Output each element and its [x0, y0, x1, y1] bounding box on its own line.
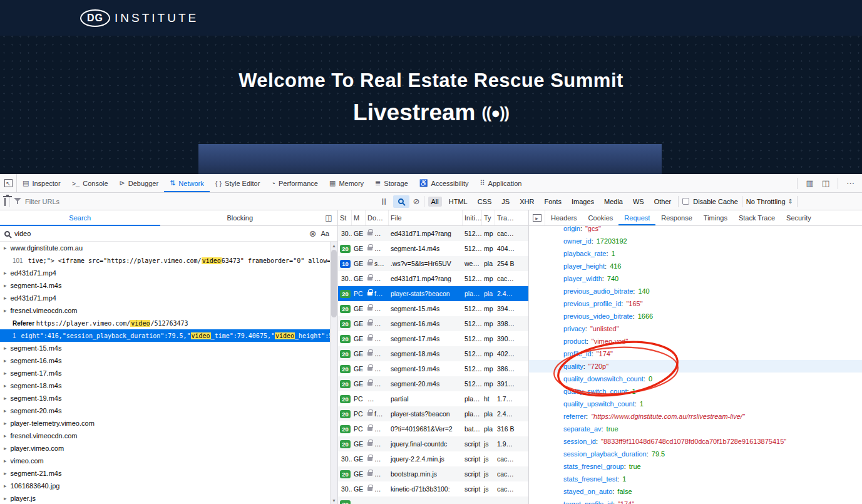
search-result-host[interactable]: ▸fresnel.vimeocdn.com	[0, 429, 330, 442]
tab-network[interactable]: ⇅Network	[164, 174, 210, 192]
tab-style-editor[interactable]: { }Style Editor	[210, 174, 266, 192]
search-result-host[interactable]: ▸segment-14.m4s	[0, 279, 330, 292]
filter-images[interactable]: Images	[568, 197, 597, 207]
tab-memory[interactable]: ▦Memory	[324, 174, 369, 192]
details-tab-request[interactable]: Request	[618, 210, 655, 225]
search-result-match[interactable]: Referer https://player.vimeo.com/video/5…	[0, 317, 330, 329]
param-row[interactable]: stats_fresnel_group:true	[529, 460, 862, 473]
search-result-host[interactable]: ▸segment-16.m4s	[0, 354, 330, 367]
request-row[interactable]: 20GE…segment-18.m4s512…mp402…	[338, 346, 528, 361]
search-result-host[interactable]: ▸player-telemetry.vimeo.com	[0, 417, 330, 429]
search-result-host[interactable]: ▸fresnel.vimeocdn.com	[0, 304, 330, 317]
param-row[interactable]: quality_switch_count:1	[529, 385, 862, 398]
left-tab-search[interactable]: Search	[0, 210, 160, 225]
request-row[interactable]: 10GEs….ws?v=5&ls=Hr65UVwe…pla254 B	[338, 256, 528, 271]
param-row[interactable]: origin:"gcs"	[529, 226, 862, 235]
details-tab-response[interactable]: Response	[655, 210, 698, 225]
column-header-ty[interactable]: Ty	[482, 210, 495, 225]
search-result-match[interactable]: 1eight":416,"session_playback_duration":…	[0, 329, 330, 342]
video-player-embed[interactable]	[198, 144, 662, 174]
details-tab-headers[interactable]: Headers	[545, 210, 583, 225]
column-header-m[interactable]: M	[352, 210, 366, 225]
dg-institute-logo[interactable]: DG INSTITUTE	[80, 9, 198, 27]
param-row[interactable]: previous_profile_id:"165"	[529, 297, 862, 310]
param-row[interactable]: separate_av:true	[529, 423, 862, 435]
tab-application[interactable]: ⠿Application	[475, 174, 528, 192]
request-row[interactable]: 30…GE…jquery-2.2.4.min.jsscriptjscac…	[338, 451, 528, 466]
filter-other[interactable]: Other	[651, 197, 675, 207]
details-tab-cookies[interactable]: Cookies	[583, 210, 619, 225]
param-row[interactable]: product:"vimeo-vod"	[529, 335, 862, 347]
param-row[interactable]: owner_id:17203192	[529, 235, 862, 247]
tab-accessibility[interactable]: ♿Accessibility	[414, 174, 475, 192]
match-case-button[interactable]: Aa	[321, 230, 333, 237]
search-result-host[interactable]: ▸segment-19.m4s	[0, 392, 330, 404]
request-row[interactable]: 20GE…segment-14.m4s512…mp404…	[338, 241, 528, 256]
scroll-up-icon[interactable]: ▲	[331, 242, 337, 249]
search-result-match[interactable]: 101tive;"> <iframe src="https://player.v…	[0, 254, 330, 267]
search-result-host[interactable]: ▸segment-15.m4s	[0, 342, 330, 354]
expand-details-button[interactable]: ▶	[529, 210, 545, 225]
details-tab-stack-trace[interactable]: Stack Trace	[733, 210, 781, 225]
request-row[interactable]: 20GE…segment-16.m4s512…mp398…	[338, 316, 528, 331]
request-row[interactable]: 20PC…partialpla…ht1.7…	[338, 391, 528, 406]
search-result-host[interactable]: ▸segment-20.m4s	[0, 404, 330, 417]
request-row[interactable]: 20PCf…player-stats?beaconpla…pla2.4…	[338, 406, 528, 421]
details-tab-security[interactable]: Security	[781, 210, 817, 225]
search-result-host[interactable]: ▸segment-18.m4s	[0, 379, 330, 392]
tab-performance[interactable]: ◔Performance	[265, 174, 324, 192]
search-result-host[interactable]: ▸ed431d71.mp4	[0, 292, 330, 304]
column-header-initi[interactable]: Initi…	[463, 210, 482, 225]
param-row[interactable]: session_playback_duration:79.5	[529, 448, 862, 460]
search-input[interactable]	[14, 230, 305, 237]
tab-debugger[interactable]: ⊳Debugger	[114, 174, 165, 192]
param-row[interactable]: stayed_on_auto:false	[529, 485, 862, 498]
request-row[interactable]: 30…GE…ed431d71.mp4?rang512…mpcac…	[338, 226, 528, 241]
request-row[interactable]: 20GE…jquery.final-countdcscriptjs1.9…	[338, 436, 528, 451]
param-row[interactable]: player_height:416	[529, 260, 862, 272]
request-row[interactable]: 20PC…0?ti=4019681&Ver=2bat…pla316 B	[338, 421, 528, 436]
param-row[interactable]: playback_rate:1	[529, 247, 862, 260]
param-row[interactable]: privacy:"unlisted"	[529, 322, 862, 335]
filter-xhr[interactable]: XHR	[516, 197, 537, 207]
dock-bottom-icon[interactable]: ▥	[806, 178, 813, 188]
request-row[interactable]: 20GE…bootstrap.min.jsscriptjscac…	[338, 466, 528, 481]
param-row[interactable]: quality:"720p"	[529, 360, 862, 373]
clear-requests-button[interactable]	[4, 198, 6, 205]
left-tab-blocking[interactable]: Blocking	[160, 210, 321, 225]
param-row[interactable]: previous_video_bitrate:1666	[529, 310, 862, 322]
tab-console[interactable]: >_Console	[66, 174, 114, 192]
disable-cache-label[interactable]: Disable Cache	[693, 198, 738, 205]
filter-all[interactable]: All	[428, 197, 442, 207]
param-row[interactable]: player_width:740	[529, 272, 862, 285]
meatball-menu-icon[interactable]: ⋯	[846, 178, 854, 188]
request-row[interactable]: 30…GE…ed431d71.mp4?rang512…mpcac…	[338, 271, 528, 286]
param-row[interactable]: session_id:"8833ff9f11048d6748cd1078fd0d…	[529, 435, 862, 448]
request-row[interactable]: 20GE…segment-19.m4s512…mp386…	[338, 361, 528, 376]
request-row[interactable]: 20	[338, 496, 528, 504]
param-row[interactable]: profile_id:"174"	[529, 347, 862, 360]
clear-search-button[interactable]: ⊗	[309, 229, 317, 239]
pause-recording-button[interactable]: ||	[379, 197, 389, 206]
request-row[interactable]: 20GE…segment-15.m4s512…mp394…	[338, 301, 528, 316]
param-row[interactable]: quality_downswitch_count:0	[529, 373, 862, 385]
column-header-do[interactable]: Do…	[366, 210, 389, 225]
block-requests-button[interactable]: ⊘	[413, 197, 420, 206]
filter-css[interactable]: CSS	[475, 197, 495, 207]
left-scrollbar[interactable]: ▲ ▼	[330, 242, 337, 504]
request-row[interactable]: 20PCf…player-stats?beaconpla…pla2.4…	[338, 286, 528, 301]
filter-fonts[interactable]: Fonts	[541, 197, 565, 207]
search-result-host[interactable]: ▸segment-21.m4s	[0, 467, 330, 480]
element-picker-button[interactable]: ↖	[0, 174, 17, 192]
search-result-host[interactable]: ▸player.js	[0, 492, 330, 504]
collapse-pane-button[interactable]: ◫	[320, 210, 337, 225]
param-row[interactable]: referrer:"https://www.dginstitute.com.au…	[529, 410, 862, 423]
request-row[interactable]: 20GE…segment-20.m4s512…mp391…	[338, 376, 528, 391]
param-row[interactable]: target_profile_id:"174"	[529, 498, 862, 504]
tab-inspector[interactable]: ▤Inspector	[17, 174, 66, 192]
tab-storage[interactable]: ≣Storage	[369, 174, 414, 192]
request-row[interactable]: 30…GE…kinetic-d71b3b3100:scriptjscac…	[338, 481, 528, 496]
search-result-host[interactable]: ▸segment-17.m4s	[0, 367, 330, 379]
column-header-st[interactable]: St	[338, 210, 352, 225]
param-row[interactable]: previous_audio_bitrate:140	[529, 285, 862, 297]
